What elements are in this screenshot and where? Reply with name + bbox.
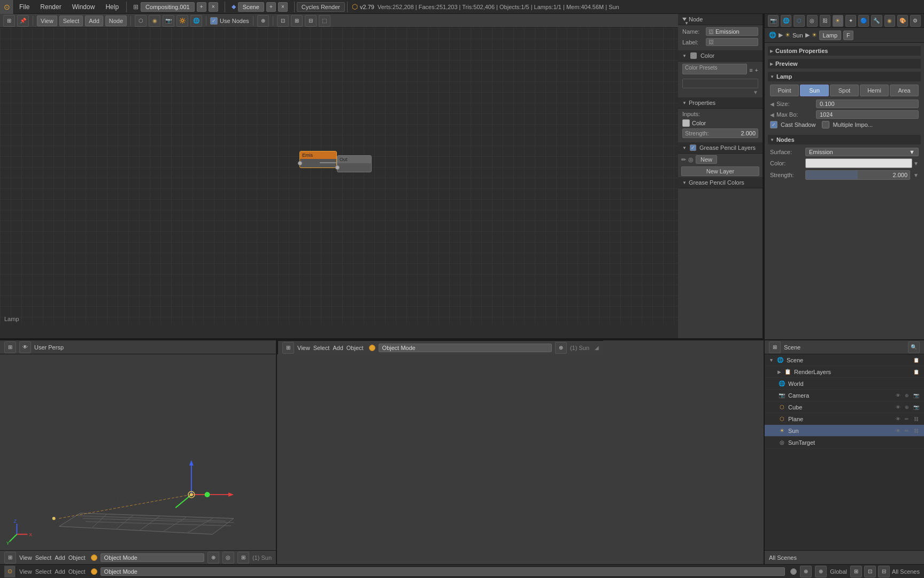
status-nav-icon3[interactable]: ⊟ bbox=[878, 566, 890, 577]
sun-edit-btn[interactable]: ✏ bbox=[903, 427, 911, 435]
viewport-right-select-btn[interactable]: Select bbox=[313, 345, 330, 351]
strength-slider[interactable]: Strength: 2.000 bbox=[682, 128, 758, 138]
scene-close[interactable]: × bbox=[278, 2, 288, 12]
scene-props-icon[interactable]: 🌐 bbox=[781, 15, 791, 27]
size-arrow-left[interactable]: ◀ bbox=[770, 101, 774, 107]
camera-vis-btn[interactable]: 👁 bbox=[894, 392, 902, 399]
color-bar[interactable] bbox=[805, 158, 912, 168]
particles-icon[interactable]: ✦ bbox=[845, 15, 856, 27]
preview-header[interactable]: ▶ Preview bbox=[768, 59, 921, 69]
menu-file[interactable]: File bbox=[14, 0, 35, 13]
menu-window[interactable]: Window bbox=[67, 0, 101, 13]
node-menu[interactable]: Node bbox=[105, 16, 127, 26]
extra-icon1[interactable]: ⊡ bbox=[277, 15, 289, 27]
viewport-left-canvas[interactable]: X Z Y bbox=[0, 354, 276, 550]
outliner-sun[interactable]: ☀ Sun 👁 ✏ ⛓ bbox=[765, 425, 924, 437]
status-pivot-btn[interactable]: ⊕ bbox=[800, 566, 812, 577]
status-object-btn[interactable]: Object bbox=[68, 568, 86, 575]
view-menu[interactable]: View bbox=[37, 16, 57, 26]
viewport-left-type[interactable]: ⊞ bbox=[4, 341, 16, 353]
engine-selector[interactable]: Cycles Render bbox=[297, 2, 345, 12]
grease-new-btn[interactable]: New bbox=[696, 155, 717, 164]
cube-render-btn[interactable]: 📷 bbox=[912, 404, 920, 411]
select-menu[interactable]: Select bbox=[59, 16, 83, 26]
status-add-btn[interactable]: Add bbox=[55, 568, 65, 575]
texture-icon[interactable]: 📷 bbox=[163, 15, 174, 27]
outliner-camera[interactable]: 📷 Camera 👁 ⊕ 📷 bbox=[765, 390, 924, 401]
lamp-f-badge[interactable]: F bbox=[843, 31, 853, 40]
custom-properties-header[interactable]: ▶ Custom Properties bbox=[768, 46, 921, 56]
color-presets-add[interactable]: + bbox=[755, 67, 758, 73]
scene-add[interactable]: + bbox=[266, 2, 276, 12]
outliner-suntarget[interactable]: ◎ SunTarget bbox=[765, 437, 924, 448]
cube-select-btn[interactable]: ⊕ bbox=[903, 404, 911, 411]
lamp-spot-btn[interactable]: Spot bbox=[830, 85, 859, 96]
proportional-btn[interactable]: ◎ bbox=[222, 552, 234, 564]
rl-action-btn[interactable]: 📋 bbox=[912, 368, 920, 376]
settings-icon[interactable]: ⚙ bbox=[910, 15, 921, 27]
label-input[interactable]: 🖼 bbox=[706, 38, 758, 46]
color-expand-btn[interactable]: ▼ bbox=[913, 161, 919, 166]
surface-dropdown[interactable]: Emission ▼ bbox=[805, 148, 919, 156]
output-node[interactable]: Out bbox=[337, 155, 372, 172]
viewport-right-view-btn[interactable]: View bbox=[297, 345, 310, 351]
viewport-left-mode-icon[interactable]: ⊞ bbox=[4, 552, 16, 564]
viewport-right-add-btn[interactable]: Add bbox=[333, 345, 343, 351]
emission-input-connector[interactable] bbox=[298, 161, 302, 165]
outliner-plane[interactable]: ⬡ Plane 👁 ✏ ⛓ bbox=[765, 413, 924, 425]
name-input[interactable]: 🖼 Emission bbox=[706, 27, 758, 36]
grease-layers-header[interactable]: ▼ ✓ Grease Pencil Layers bbox=[678, 142, 763, 154]
material-icon[interactable]: ◉ bbox=[149, 15, 160, 27]
viewport-right-mode-icon[interactable]: ⊞ bbox=[282, 342, 294, 354]
world-props-icon[interactable]: ⬡ bbox=[794, 15, 804, 27]
snap-icon[interactable]: ⊕ bbox=[257, 15, 269, 27]
snap-btn[interactable]: ⊕ bbox=[207, 552, 219, 564]
world-icon[interactable]: 🌐 bbox=[190, 15, 202, 27]
pin-btn[interactable]: 📌 bbox=[17, 15, 29, 27]
status-global-btn[interactable]: ⊕ bbox=[815, 566, 827, 577]
outliner-filter-icon[interactable]: 🔍 bbox=[908, 341, 920, 353]
extra-icon2[interactable]: ⊞ bbox=[291, 15, 303, 27]
scene-render-btn[interactable]: 📋 bbox=[912, 356, 920, 364]
size-value[interactable]: 0.100 bbox=[816, 100, 919, 108]
add-menu[interactable]: Add bbox=[85, 16, 103, 26]
viewport-right-snap[interactable]: ⊕ bbox=[555, 342, 567, 354]
output-input-connector[interactable] bbox=[335, 165, 340, 170]
lamp-section-header[interactable]: ▼ Lamp bbox=[768, 72, 921, 81]
status-select-btn[interactable]: Select bbox=[35, 568, 52, 575]
sun-vis-btn[interactable]: 👁 bbox=[894, 427, 902, 435]
extra-icon3[interactable]: ⊟ bbox=[305, 15, 317, 27]
workspace-close[interactable]: × bbox=[209, 2, 218, 12]
transform-btn[interactable]: ⊞ bbox=[237, 552, 249, 564]
viewport-right-mode-selector[interactable]: Object Mode bbox=[379, 344, 552, 352]
status-view-btn[interactable]: View bbox=[19, 568, 32, 575]
grease-target-icon[interactable]: ◎ bbox=[688, 156, 694, 163]
color-presets-menu[interactable]: ≡ bbox=[749, 67, 752, 73]
plane-edit-btn[interactable]: ✏ bbox=[903, 415, 911, 423]
use-nodes-toggle[interactable]: ✓ Use Nodes bbox=[210, 17, 249, 25]
lamp-sun-btn[interactable]: Sun bbox=[800, 85, 829, 96]
object-props-icon[interactable]: ◎ bbox=[807, 15, 818, 27]
cast-shadow-checkbox[interactable]: ✓ bbox=[770, 121, 777, 128]
use-nodes-checkbox[interactable]: ✓ bbox=[210, 17, 218, 25]
viewport-right-corner[interactable]: ◢ bbox=[595, 345, 599, 351]
outliner-cube[interactable]: ⬡ Cube 👁 ⊕ 📷 bbox=[765, 401, 924, 413]
color-presets-bar[interactable]: Color Presets bbox=[682, 64, 747, 74]
viewport-right-object-btn[interactable]: Object bbox=[346, 345, 364, 351]
lamp-hemi-btn[interactable]: Hemi bbox=[860, 85, 889, 96]
grease-pencil-icon[interactable]: ✏ bbox=[681, 156, 686, 163]
lamp-area-btn[interactable]: Area bbox=[890, 85, 919, 96]
physics-icon[interactable]: 🔵 bbox=[858, 15, 869, 27]
lamp-props-icon[interactable]: ☀ bbox=[833, 15, 843, 27]
status-mode-selector[interactable]: Object Mode bbox=[101, 567, 786, 576]
emission-node[interactable]: Emis bbox=[299, 151, 337, 168]
sun-link-btn[interactable]: ⛓ bbox=[912, 427, 920, 435]
viewport-left-select-btn[interactable]: Select bbox=[35, 554, 52, 561]
material-icon[interactable]: ◉ bbox=[884, 15, 895, 27]
modifier-icon[interactable]: 🔧 bbox=[871, 15, 882, 27]
color-scroll-btn[interactable]: ▼ bbox=[682, 89, 758, 95]
grease-new-layer-btn[interactable]: New Layer bbox=[681, 166, 759, 176]
node-section-header[interactable]: ▼ Node bbox=[678, 14, 763, 25]
constraints-icon[interactable]: ⛓ bbox=[820, 15, 830, 27]
outliner-scene[interactable]: ▼ 🌐 Scene 📋 bbox=[765, 354, 924, 366]
